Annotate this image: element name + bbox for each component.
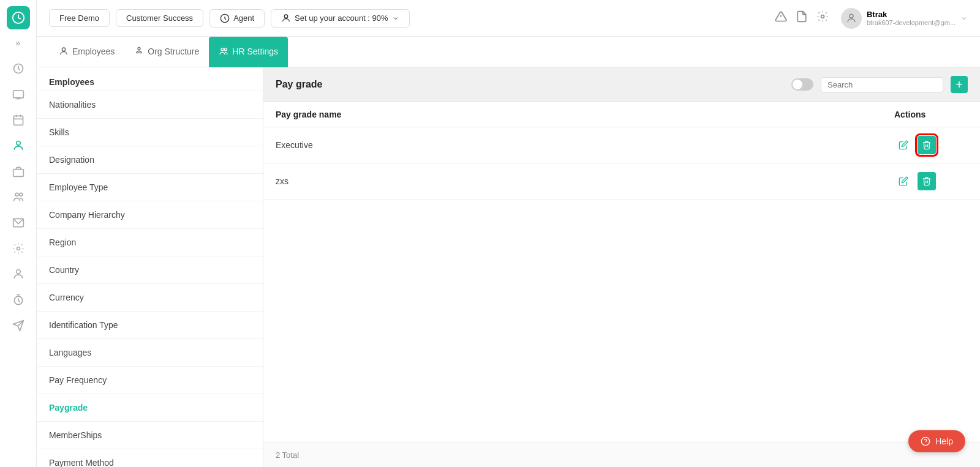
tab-employees-label: Employees — [72, 47, 115, 56]
row-name-executive: Executive — [276, 140, 894, 150]
free-demo-button[interactable]: Free Demo — [49, 9, 110, 27]
toggle-switch[interactable] — [791, 78, 813, 91]
icon-sidebar: » — [0, 0, 37, 467]
help-label: Help — [935, 436, 953, 446]
sidebar-icon-person[interactable] — [7, 135, 29, 157]
svg-point-8 — [16, 141, 20, 146]
svg-point-19 — [284, 15, 287, 18]
menu-section-header: Employees — [37, 70, 263, 91]
edit-button-executive[interactable] — [894, 136, 913, 154]
setup-button[interactable]: Set up your account : 90% — [271, 9, 409, 28]
table-footer: 2 Total — [263, 443, 980, 467]
col-header-name: Pay grade name — [276, 110, 894, 119]
top-header: Free Demo Customer Success Agent Set up … — [37, 0, 980, 37]
svg-rect-28 — [140, 51, 142, 53]
sidebar-icon-send[interactable] — [7, 315, 29, 337]
header-icons — [775, 10, 829, 26]
svg-rect-2 — [13, 91, 23, 98]
svg-point-22 — [821, 15, 824, 18]
menu-item-languages[interactable]: Languages — [37, 339, 263, 367]
table-row: zxs — [263, 163, 980, 200]
svg-point-11 — [19, 193, 22, 196]
sidebar-icon-timer[interactable] — [7, 289, 29, 311]
sidebar-icon-user2[interactable] — [7, 263, 29, 285]
menu-item-nationalities[interactable]: Nationalities — [37, 91, 263, 119]
agent-label: Agent — [233, 13, 254, 23]
sidebar-icon-dashboard[interactable] — [7, 58, 29, 80]
menu-item-payment-method[interactable]: Payment Method — [37, 449, 263, 467]
search-input[interactable] — [827, 80, 937, 89]
user-info[interactable]: Btrak btrak607-development@gm... — [841, 8, 968, 29]
alert-icon[interactable] — [775, 10, 787, 26]
add-button[interactable]: + — [951, 76, 968, 93]
pay-grade-title: Pay grade — [276, 79, 784, 90]
menu-item-skills[interactable]: Skills — [37, 119, 263, 146]
delete-button-zxs[interactable] — [918, 172, 936, 190]
tab-hr-settings[interactable]: HR Settings — [209, 37, 288, 67]
tab-bar: Employees Org Structure HR Settings — [37, 37, 980, 67]
menu-item-identification-type[interactable]: Identification Type — [37, 312, 263, 339]
gear-icon[interactable] — [816, 10, 829, 26]
tab-org-structure[interactable]: Org Structure — [124, 37, 209, 67]
agent-button[interactable]: Agent — [209, 9, 265, 28]
svg-point-30 — [225, 48, 227, 50]
col-header-actions: Actions — [894, 110, 968, 119]
menu-item-pay-frequency[interactable]: Pay Frequency — [37, 367, 263, 394]
menu-item-region[interactable]: Region — [37, 229, 263, 256]
svg-point-23 — [850, 14, 853, 18]
search-box — [821, 77, 943, 92]
sidebar-icon-briefcase[interactable] — [7, 160, 29, 182]
svg-rect-27 — [137, 51, 138, 53]
pay-grade-table: Pay grade name Actions Executive — [263, 102, 980, 443]
tab-hr-settings-label: HR Settings — [232, 47, 278, 56]
svg-point-14 — [16, 270, 20, 274]
customer-success-button[interactable]: Customer Success — [116, 9, 203, 27]
main-area: Free Demo Customer Success Agent Set up … — [37, 0, 980, 467]
sidebar-icon-group[interactable] — [7, 186, 29, 208]
user-dropdown-icon — [960, 15, 968, 22]
chevron-down-icon — [392, 15, 399, 22]
table-row: Executive — [263, 127, 980, 163]
expand-icon[interactable]: » — [16, 38, 21, 48]
user-text: Btrak btrak607-development@gm... — [867, 10, 956, 26]
pay-grade-header: Pay grade + — [263, 67, 980, 102]
menu-item-company-hierarchy[interactable]: Company Hierarchy — [37, 201, 263, 229]
menu-item-employee-type[interactable]: Employee Type — [37, 174, 263, 201]
menu-item-memberships[interactable]: MemberShips — [37, 422, 263, 449]
document-icon[interactable] — [796, 10, 808, 26]
svg-rect-4 — [13, 116, 23, 125]
sidebar-icon-mail[interactable] — [7, 212, 29, 234]
content-wrapper: Employees Org Structure HR Settings Empl… — [37, 37, 980, 467]
row-name-zxs: zxs — [276, 176, 894, 186]
edit-button-zxs[interactable] — [894, 172, 913, 190]
svg-rect-9 — [13, 170, 23, 177]
row-actions-executive — [894, 136, 968, 154]
total-label: 2 Total — [276, 450, 299, 460]
svg-point-29 — [221, 48, 224, 50]
app-logo[interactable] — [7, 6, 30, 29]
sidebar-icon-calendar[interactable] — [7, 109, 29, 131]
user-email: btrak607-development@gm... — [867, 19, 956, 26]
table-header-row: Pay grade name Actions — [263, 102, 980, 127]
menu-item-country[interactable]: Country — [37, 256, 263, 284]
right-panel: Pay grade + Pay grade name Actions Execu… — [263, 67, 980, 467]
body-split: Employees Nationalities Skills Designati… — [37, 67, 980, 467]
user-name: Btrak — [867, 10, 956, 19]
user-avatar — [841, 8, 862, 29]
tab-employees[interactable]: Employees — [49, 37, 124, 67]
left-menu: Employees Nationalities Skills Designati… — [37, 67, 263, 467]
menu-item-paygrade[interactable]: Paygrade — [37, 394, 263, 422]
help-button[interactable]: Help — [908, 430, 965, 452]
menu-item-currency[interactable]: Currency — [37, 284, 263, 312]
svg-point-25 — [138, 47, 140, 50]
sidebar-icon-settings[interactable] — [7, 237, 29, 260]
setup-label: Set up your account : 90% — [295, 13, 388, 23]
sidebar-icon-tv[interactable] — [7, 83, 29, 105]
svg-point-10 — [15, 193, 18, 196]
svg-point-13 — [17, 247, 20, 250]
delete-button-executive[interactable] — [918, 136, 936, 154]
menu-item-designation[interactable]: Designation — [37, 146, 263, 174]
setup-icon — [281, 13, 291, 23]
tab-org-structure-label: Org Structure — [148, 47, 199, 56]
agent-icon — [220, 13, 230, 23]
